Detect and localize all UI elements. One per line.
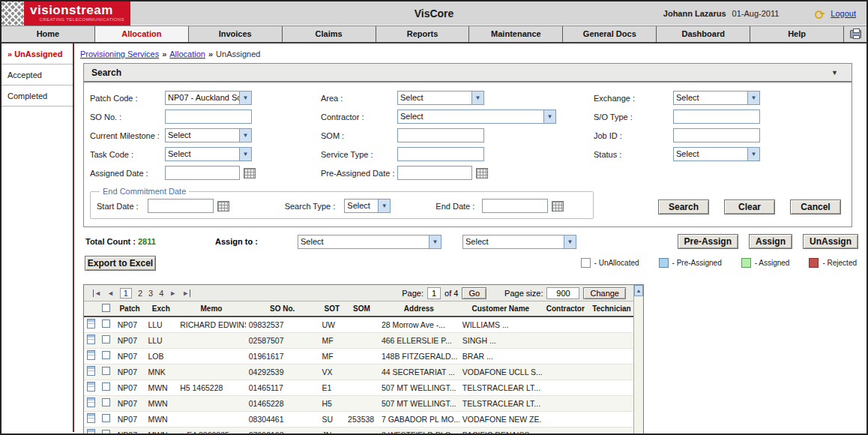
exchange-select[interactable]: Select▼ <box>673 91 760 105</box>
current-milestone-select[interactable]: Select▼ <box>165 128 252 142</box>
so-no-input[interactable] <box>165 110 252 124</box>
document-icon[interactable] <box>87 382 95 392</box>
status-select[interactable]: Select▼ <box>673 147 760 161</box>
table-cell: NP07 <box>115 395 145 411</box>
icon-column-header <box>84 302 97 316</box>
search-button[interactable]: Search <box>658 200 709 214</box>
clear-button[interactable]: Clear <box>724 200 775 214</box>
table-cell <box>542 316 589 332</box>
row-checkbox[interactable] <box>102 382 110 391</box>
row-checkbox[interactable] <box>102 398 110 406</box>
print-button[interactable] <box>844 26 867 42</box>
column-header-address[interactable]: Address <box>379 302 459 316</box>
column-header-technician[interactable]: Technician <box>589 302 634 316</box>
go-button[interactable]: Go <box>462 287 486 299</box>
breadcrumb-allocation[interactable]: Allocation <box>169 50 205 58</box>
row-checkbox[interactable] <box>102 367 110 375</box>
tab-allocation[interactable]: Allocation <box>95 26 189 42</box>
document-icon[interactable] <box>87 319 95 328</box>
tab-reports[interactable]: Reports <box>376 26 470 42</box>
row-checkbox[interactable] <box>102 320 110 328</box>
previous-page-icon[interactable]: ◄ <box>107 290 114 297</box>
page-size-input[interactable] <box>546 287 579 299</box>
assign-button[interactable]: Assign <box>749 234 792 249</box>
cancel-button[interactable]: Cancel <box>790 200 841 214</box>
column-header-so-no-[interactable]: SO No. <box>246 302 319 316</box>
column-header-exch[interactable]: Exch <box>145 302 177 316</box>
pre-assigned-date-input[interactable] <box>397 166 472 180</box>
document-icon[interactable] <box>87 398 95 407</box>
document-icon[interactable] <box>87 350 95 360</box>
som-input[interactable] <box>397 128 484 142</box>
document-icon[interactable] <box>87 366 95 376</box>
column-header-customer-name[interactable]: Customer Name <box>459 302 542 316</box>
tab-dashboard[interactable]: Dashboard <box>657 26 750 42</box>
task-code-select[interactable]: Select▼ <box>165 147 252 161</box>
column-header-memo[interactable]: Memo <box>177 302 246 316</box>
chevron-down-icon: ▼ <box>471 92 483 104</box>
first-page-icon[interactable]: ◄ <box>93 290 101 297</box>
contractor-select[interactable]: Select▼ <box>397 110 556 124</box>
chevron-down-icon[interactable]: ▼ <box>831 69 844 76</box>
calendar-icon[interactable] <box>552 201 564 212</box>
next-page-icon[interactable]: ► <box>169 290 176 297</box>
calendar-icon[interactable] <box>244 168 256 178</box>
legend-swatch <box>741 258 751 268</box>
row-checkbox[interactable] <box>102 414 110 422</box>
tab-help[interactable]: Help <box>750 26 844 42</box>
export-to-excel-button[interactable]: Export to Excel <box>85 256 156 271</box>
assigned-date-input[interactable] <box>165 166 240 180</box>
assign-to-select-2[interactable]: Select▼ <box>462 235 576 249</box>
column-header-som[interactable]: SOM <box>345 302 379 316</box>
row-checkbox[interactable] <box>102 430 110 435</box>
assign-to-select-1[interactable]: Select▼ <box>298 235 441 249</box>
page-link-3[interactable]: 3 <box>148 289 153 298</box>
document-icon[interactable] <box>87 429 95 435</box>
area-select[interactable]: Select▼ <box>397 91 484 105</box>
calendar-icon[interactable] <box>217 201 229 212</box>
table-cell: 08304461 <box>246 411 319 427</box>
tab-home[interactable]: Home <box>1 26 95 42</box>
arrow-up-icon[interactable]: ▲ <box>634 285 643 296</box>
row-checkbox[interactable] <box>102 351 110 359</box>
start-date-label: Start Date : <box>97 202 139 211</box>
table-cell <box>345 316 379 332</box>
breadcrumb-provisioning-services[interactable]: Provisioning Services <box>80 50 159 58</box>
pre-assign-button[interactable]: Pre-Assign <box>678 234 738 249</box>
tab-general-docs[interactable]: General Docs <box>563 26 657 42</box>
table-cell <box>589 411 634 427</box>
sidebar-item-unassigned[interactable]: » UnAssigned <box>1 44 73 64</box>
start-date-input[interactable] <box>148 199 214 213</box>
document-icon[interactable] <box>87 334 95 344</box>
column-header-patch[interactable]: Patch <box>115 302 145 316</box>
page-number-input[interactable] <box>427 287 441 299</box>
select-all-checkbox[interactable] <box>102 304 110 312</box>
service-type-input[interactable] <box>397 147 484 161</box>
logout-link[interactable]: Logout <box>831 9 856 18</box>
tab-claims[interactable]: Claims <box>283 26 376 42</box>
column-header-contractor[interactable]: Contractor <box>542 302 589 316</box>
page-link-2[interactable]: 2 <box>138 289 142 298</box>
calendar-icon[interactable] <box>476 168 488 178</box>
page-link-1[interactable]: 1 <box>120 288 132 298</box>
tab-maintenance[interactable]: Maintenance <box>469 26 563 42</box>
row-checkbox[interactable] <box>102 335 110 344</box>
table-cell: UW <box>319 316 346 332</box>
page-link-4[interactable]: 4 <box>159 289 163 298</box>
search-type-select[interactable]: Select▼ <box>344 199 391 213</box>
tab-invoices[interactable]: Invoices <box>189 26 283 42</box>
so-type-input[interactable] <box>673 110 760 124</box>
last-page-icon[interactable]: ► <box>182 290 190 297</box>
unassign-button[interactable]: UnAssign <box>803 234 858 249</box>
sidebar-item-accepted[interactable]: Accepted <box>1 64 73 86</box>
change-button[interactable]: Change <box>583 287 626 299</box>
patch-code-select[interactable]: NP07 - Auckland Sout▼ <box>165 91 252 105</box>
job-id-input[interactable] <box>673 128 760 142</box>
sidebar-item-completed[interactable]: Completed <box>1 86 73 106</box>
document-icon[interactable] <box>87 413 95 423</box>
end-date-input[interactable] <box>482 199 548 213</box>
table-cell <box>345 348 379 364</box>
grid-body: NP07LLURICHARD EDWINS09832537UW28 Morrow… <box>84 316 634 435</box>
vertical-scrollbar[interactable]: ▲ <box>633 285 643 435</box>
column-header-sot[interactable]: SOT <box>319 302 346 316</box>
